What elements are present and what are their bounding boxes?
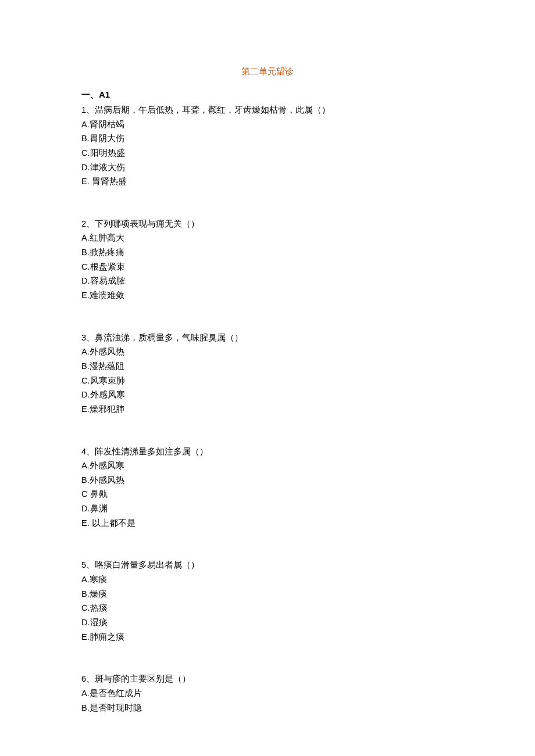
question-block: 3、鼻流浊涕，质稠量多，气味腥臭属（） A.外感风热 B.湿热蕴阻 C.风寒束肺…	[81, 331, 454, 417]
option: D.湿痰	[81, 615, 454, 630]
option: B.燥痰	[81, 587, 454, 601]
option: E.难溃难敛	[81, 288, 454, 303]
option: B.外感风热	[81, 473, 454, 488]
option: C.热痰	[81, 601, 454, 615]
option: D.津液大伤	[81, 160, 454, 175]
question-text: 5、咯痰白滑量多易出者属（）	[81, 558, 454, 572]
question-block: 5、咯痰白滑量多易出者属（） A.寒痰 B.燥痰 C.热痰 D.湿痰 E.肺痈之…	[81, 558, 454, 644]
section-header: 一、A1	[81, 87, 454, 102]
option: C.根盘紧束	[81, 260, 454, 274]
question-block: 1、温病后期，午后低热，耳聋，颧红，牙齿燥如枯骨，此属（） A.肾阴枯竭 B.胃…	[81, 103, 454, 189]
option: C.风寒束肺	[81, 374, 454, 388]
question-text: 6、斑与疹的主要区别是（）	[81, 672, 454, 686]
option: E.燥邪犯肺	[81, 402, 454, 417]
option: B.胃阴大伤	[81, 131, 454, 146]
option: A.是否色红成片	[81, 686, 454, 701]
option: C 鼻鼽	[81, 487, 454, 501]
option: B.湿热蕴阻	[81, 359, 454, 374]
question-text: 1、温病后期，午后低热，耳聋，颧红，牙齿燥如枯骨，此属（）	[81, 103, 454, 117]
question-text: 3、鼻流浊涕，质稠量多，气味腥臭属（）	[81, 331, 454, 345]
option: C.阳明热盛	[81, 146, 454, 160]
option: D.容易成脓	[81, 274, 454, 288]
question-text: 2、下列哪项表现与痈无关（）	[81, 217, 454, 231]
option: A.红肿高大	[81, 231, 454, 245]
option: E. 以上都不是	[81, 516, 454, 531]
option: A.外感风寒	[81, 458, 454, 473]
option: B.是否时现时隐	[81, 701, 454, 715]
option: E. 胃肾热盛	[81, 174, 454, 189]
document-title: 第二单元望诊	[81, 64, 454, 79]
question-block: 4、阵发性清涕量多如注多属（） A.外感风寒 B.外感风热 C 鼻鼽 D.鼻渊 …	[81, 445, 454, 531]
question-block: 6、斑与疹的主要区别是（） A.是否色红成片 B.是否时现时隐	[81, 672, 454, 715]
question-block: 2、下列哪项表现与痈无关（） A.红肿高大 B.掀热疼痛 C.根盘紧束 D.容易…	[81, 217, 454, 303]
option: E.肺痈之痰	[81, 630, 454, 644]
option: A.外感风热	[81, 345, 454, 359]
option: A.寒痰	[81, 572, 454, 587]
option: D.鼻渊	[81, 501, 454, 516]
option: D.外感风寒	[81, 388, 454, 402]
option: A.肾阴枯竭	[81, 117, 454, 132]
option: B.掀热疼痛	[81, 245, 454, 260]
question-text: 4、阵发性清涕量多如注多属（）	[81, 445, 454, 459]
